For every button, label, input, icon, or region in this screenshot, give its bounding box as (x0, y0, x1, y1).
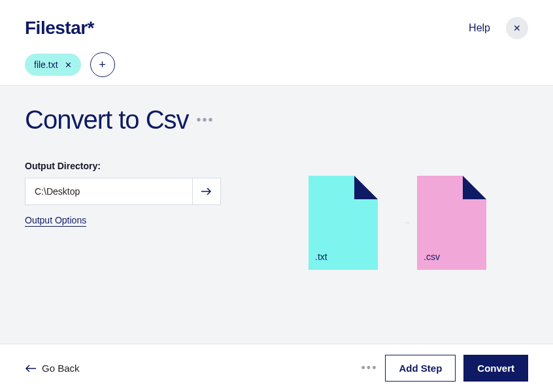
page-title: Convert to Csv (25, 105, 189, 135)
conversion-diagram: .txt .csv (309, 176, 486, 270)
target-file-ext: .csv (424, 252, 440, 262)
close-button[interactable]: ✕ (506, 17, 528, 39)
output-options-link[interactable]: Output Options (25, 215, 86, 227)
file-chip-name: file.txt (34, 59, 58, 70)
source-file-ext: .txt (315, 252, 327, 262)
plus-icon: + (99, 58, 106, 72)
convert-button[interactable]: Convert (463, 355, 528, 382)
arrow-right-icon (378, 222, 437, 223)
file-fold-icon (354, 176, 378, 199)
add-file-button[interactable]: + (90, 52, 115, 77)
file-fold-icon (463, 176, 486, 199)
file-chip[interactable]: file.txt ✕ (25, 54, 81, 76)
browse-directory-button[interactable] (192, 178, 221, 205)
output-directory-label: Output Directory: (25, 161, 267, 171)
footer-more-icon[interactable]: ••• (361, 361, 378, 375)
add-step-button[interactable]: Add Step (385, 355, 456, 382)
go-back-label: Go Back (42, 363, 80, 374)
go-back-button[interactable]: Go Back (25, 363, 80, 374)
source-file-box: .txt (309, 176, 378, 270)
remove-file-icon[interactable]: ✕ (65, 60, 72, 70)
arrow-left-icon (25, 365, 37, 372)
help-link[interactable]: Help (469, 22, 490, 34)
app-logo: Filestar* (25, 18, 94, 39)
close-icon: ✕ (513, 23, 521, 33)
arrow-right-icon (201, 187, 212, 196)
title-more-icon[interactable]: ••• (197, 112, 214, 127)
output-directory-input[interactable] (25, 178, 192, 205)
